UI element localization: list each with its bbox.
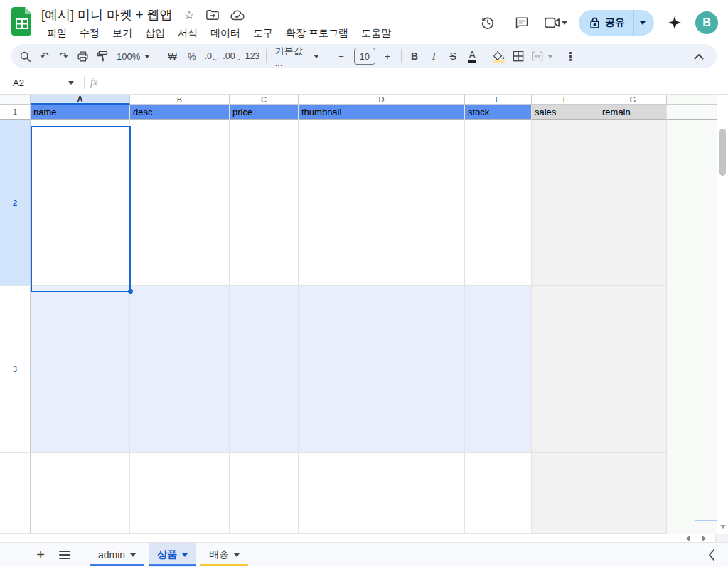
move-folder-icon[interactable] [206, 9, 219, 21]
hide-toolbar-chevron[interactable] [689, 47, 708, 65]
column-header-B[interactable]: B [130, 95, 230, 105]
vertical-scrollbar-thumb[interactable] [719, 129, 726, 176]
menu-edit[interactable]: 수정 [74, 25, 105, 42]
more-options-button[interactable]: ⋮ [561, 47, 580, 65]
share-button[interactable]: 공유 [579, 10, 633, 36]
menu-insert[interactable]: 삽입 [139, 25, 171, 42]
menu-extensions[interactable]: 확장 프로그램 [280, 25, 354, 42]
cell-D4[interactable] [299, 453, 465, 534]
decrease-decimal-button[interactable]: .0← [201, 47, 220, 65]
cell-F1[interactable]: sales [532, 105, 599, 120]
sheets-logo-icon[interactable] [11, 7, 33, 36]
cell-E1[interactable]: stock [465, 105, 532, 120]
increase-font-size-button[interactable]: + [378, 47, 397, 65]
column-header-A[interactable]: A [31, 95, 130, 105]
cell-D1[interactable]: thumbnail [299, 105, 465, 120]
sheet-tab-products[interactable]: 상품 [149, 543, 196, 567]
sheet-tab-admin[interactable]: admin [90, 543, 144, 567]
cell-D2[interactable] [299, 120, 465, 286]
column-header-F[interactable]: F [532, 95, 599, 105]
select-all-corner[interactable] [0, 95, 31, 105]
undo-button[interactable]: ↶ [35, 47, 54, 65]
menu-format[interactable]: 서식 [172, 25, 203, 42]
meet-button[interactable] [542, 17, 570, 28]
font-family-select[interactable]: 기본값 ... [270, 47, 324, 65]
cell-G3[interactable] [599, 286, 667, 453]
cell-C3[interactable] [230, 286, 299, 453]
cell-F4[interactable] [532, 453, 599, 534]
column-header-D[interactable]: D [299, 95, 465, 105]
star-icon[interactable]: ☆ [184, 9, 195, 21]
menu-help[interactable]: 도움말 [355, 25, 397, 42]
strikethrough-button[interactable]: S [444, 47, 463, 65]
cell-G1[interactable]: remain [599, 105, 667, 120]
scroll-left-arrow[interactable] [683, 536, 690, 541]
cell-F2[interactable] [532, 120, 599, 286]
increase-decimal-button[interactable]: .00→ [220, 47, 242, 65]
paint-format-button[interactable] [92, 47, 112, 65]
tab-menu-caret[interactable] [130, 553, 136, 560]
add-sheet-button[interactable]: + [28, 543, 53, 567]
comment-icon[interactable] [508, 9, 536, 37]
version-history-icon[interactable] [473, 9, 502, 37]
cell-A1[interactable]: name [31, 105, 130, 120]
cell-D3[interactable] [299, 286, 465, 453]
cell-B1[interactable]: desc [130, 105, 230, 120]
row-header-1[interactable]: 1 [0, 105, 31, 120]
column-header-E[interactable]: E [465, 95, 532, 105]
decrease-font-size-button[interactable]: − [332, 47, 351, 65]
horizontal-scrollbar-track[interactable] [0, 534, 677, 542]
menu-file[interactable]: 파일 [41, 25, 73, 42]
menu-data[interactable]: 데이터 [205, 25, 246, 42]
bold-button[interactable]: B [405, 47, 424, 65]
zoom-select[interactable]: 100% [112, 47, 155, 65]
fill-handle[interactable] [128, 289, 133, 294]
side-panel-chevron[interactable] [708, 543, 715, 567]
format-currency-button[interactable]: ₩ [163, 47, 182, 65]
cloud-saved-icon[interactable] [230, 10, 245, 21]
cell-E2[interactable] [465, 120, 532, 286]
cell-C2[interactable] [230, 120, 299, 286]
cell-A4[interactable] [31, 453, 130, 534]
cell-G2[interactable] [599, 120, 667, 286]
cell-G4[interactable] [599, 453, 667, 534]
merge-cells-button[interactable] [528, 47, 547, 65]
column-header-C[interactable]: C [230, 95, 299, 105]
menu-tools[interactable]: 도구 [247, 25, 279, 42]
cell-A3[interactable] [31, 286, 130, 453]
cell-F3[interactable] [532, 286, 599, 453]
cell-B2[interactable] [130, 120, 230, 286]
column-header-G[interactable]: G [599, 95, 667, 105]
all-sheets-menu-button[interactable] [53, 543, 77, 567]
share-options-caret[interactable] [633, 10, 654, 36]
account-avatar[interactable]: B [695, 11, 718, 34]
tab-menu-caret[interactable] [234, 553, 240, 560]
row-header-4[interactable] [0, 453, 31, 534]
search-icon[interactable] [16, 47, 35, 65]
row-header-2[interactable]: 2 [0, 120, 31, 286]
row-header-3[interactable]: 3 [0, 286, 31, 453]
document-title[interactable]: [예시] 미니 마켓 + 웹앱 [41, 6, 173, 23]
tab-menu-caret[interactable] [182, 553, 188, 560]
fill-color-button[interactable] [490, 47, 509, 65]
redo-button[interactable]: ↷ [54, 47, 73, 65]
scroll-right-arrow[interactable] [702, 536, 709, 541]
cell-E3[interactable] [465, 286, 532, 453]
sheet-tab-shipping[interactable]: 배송 [200, 543, 248, 567]
cell-E4[interactable] [465, 453, 532, 534]
cell-B4[interactable] [130, 453, 230, 534]
name-box[interactable]: A2 [10, 76, 78, 90]
vertical-scrollbar[interactable] [717, 95, 728, 534]
menu-view[interactable]: 보기 [107, 25, 138, 42]
italic-button[interactable]: I [424, 47, 444, 65]
cell-C4[interactable] [230, 453, 299, 534]
print-button[interactable] [73, 47, 92, 65]
cell-C1[interactable]: price [230, 105, 299, 120]
number-format-button[interactable]: 123 [243, 47, 262, 65]
gemini-sparkle-icon[interactable] [663, 9, 687, 37]
borders-button[interactable] [509, 47, 528, 65]
format-percent-button[interactable]: % [182, 47, 201, 65]
text-color-button[interactable]: A [463, 47, 482, 65]
font-size-input[interactable]: 10 [354, 48, 375, 65]
cell-B3[interactable] [130, 286, 230, 453]
